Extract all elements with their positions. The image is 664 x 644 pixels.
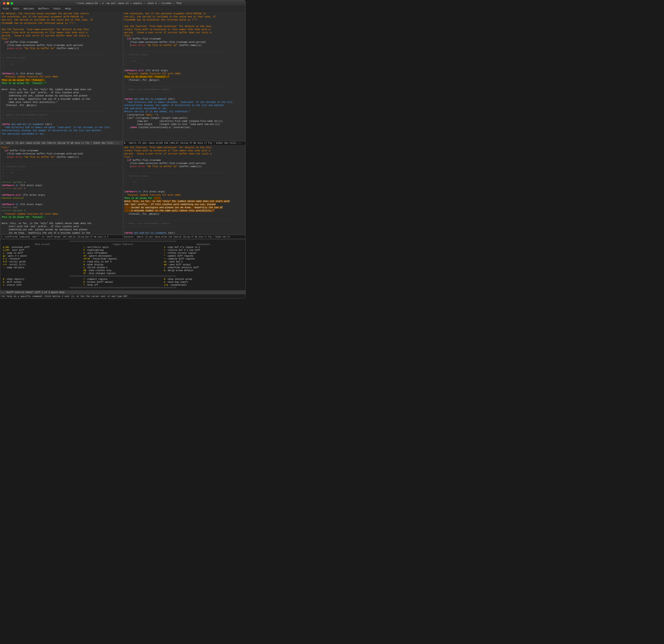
cp-row-5: C-l -recenter #f/#h -focus/hide regions … xyxy=(2,258,244,260)
editor-bottom: file." (if buffer-file-truename (file-na… xyxy=(0,145,245,239)
cp-cell-2-3: r -restore buf C's old diff xyxy=(163,249,244,252)
cp-row-8: - -swap variants s -shrink window C / -s… xyxy=(2,266,244,269)
cp-cell-6-2: X -read-only in buf X xyxy=(83,261,163,263)
cp-cell-2-2: h -highlighting xyxy=(83,249,163,252)
cp-cell-9-2: $$ -show clashes only xyxy=(83,269,163,272)
cp-cell-4-2: ## -ignore whitespace xyxy=(83,255,163,257)
pane-ancestor-modeline: Ancestor: -UUU:%--F1 pel--base.el|d1 13%… xyxy=(123,235,246,239)
cp-cell-3-1: j -jump to diff xyxy=(2,252,83,254)
menubar: File Edit Options Buffers Tools Help xyxy=(0,6,245,11)
cp-cell-8-2: s -shrink window C xyxy=(83,266,163,269)
cp-cell-1-1: p,DEL -previous diff xyxy=(2,246,83,249)
cp-row-r2: D -diff output E -browse Ediff manual G … xyxy=(2,281,244,284)
traffic-lights xyxy=(3,2,13,5)
cp-row-9: $$ -show clashes only & -merge w/new def… xyxy=(2,269,244,272)
cp-cell-r2-3: G -send bug report xyxy=(163,281,244,283)
cp-cell-2-1: n,SPC -next diff xyxy=(2,249,83,252)
cp-row-3: j -jump to diff # -auto-refinement ! -re… xyxy=(2,252,244,255)
cp-cell-7-2: m -wide display xyxy=(83,263,163,266)
cp-cell-r3-1: i -status info xyxy=(2,284,83,286)
menu-file[interactable]: File xyxy=(2,7,9,10)
cp-section-move: Move around xyxy=(2,243,83,246)
cp-cell-3-3: ! -refine current region xyxy=(163,252,244,254)
cp-cell-10-2: $* -skip changed regions xyxy=(83,272,163,275)
cp-cell-r1-2: = -compare regions xyxy=(83,278,163,280)
pane-a-content[interactable]: By default, the returned value excludes … xyxy=(0,11,123,141)
cp-cell-r1-3: M -show session group xyxy=(163,278,244,280)
minimize-button[interactable] xyxy=(7,2,9,5)
cp-divider-mid: ========================================… xyxy=(2,275,244,278)
cp-cell-8-3: / -show/hide ancestor buff xyxy=(163,266,244,269)
cp-cell-9-1 xyxy=(2,269,83,272)
cp-cell-1-2: | -vert/horiz split xyxy=(83,246,163,249)
cp-row-r1: R -show registry = -compare regions M -s… xyxy=(2,278,244,281)
pane-b-modeline: B: -UUU:%--F1 pel--base.el|d3 13% (404,0… xyxy=(123,141,246,145)
cp-row-1: p,DEL -previous diff | -vert/horiz split… xyxy=(2,246,244,249)
pane-c-content[interactable]: file." (if buffer-file-truename (file-na… xyxy=(0,145,123,235)
pane-ancestor-content[interactable]: See the function `file-name-extension' f… xyxy=(123,145,246,235)
menu-buffers[interactable]: Buffers xyxy=(38,7,49,10)
cp-cell-4-1: gx -goto X's point xyxy=(2,255,83,257)
cp-row-6: v/V -scroll up/dn X -read-only in buf X … xyxy=(2,260,244,263)
cp-cell-6-1: v/V -scroll up/dn xyxy=(2,261,83,263)
pane-a-modeline: A: -UUU:%--F1 pel--base.el|d2 13% (404,0… xyxy=(0,141,123,145)
cp-cell-r3-3: z/q -suspend/quit xyxy=(163,284,244,286)
cp-cell-r2-2: E -browse Ediff manual xyxy=(83,281,163,283)
cp-header-row: Move around Toggle features Manipulate xyxy=(2,243,244,246)
close-button[interactable] xyxy=(3,2,5,5)
maximize-button[interactable] xyxy=(11,2,13,5)
cp-cell-5-2: #f/#h -focus/hide regions xyxy=(83,258,163,260)
pane-c-modeline: C: [=diff(A+B) combined] -UUU:**--F1 *ed… xyxy=(0,235,123,239)
bottom-modeline: -- *Ediff Control Panel* diff 2 of 3 Qui… xyxy=(0,290,245,294)
cp-cell-9-3: & -merge w/new default xyxy=(163,269,244,272)
echo-text: For help on a specific command: Click Bu… xyxy=(2,295,129,298)
cp-cell-6-3: wx -save buf X xyxy=(163,261,244,263)
cp-cell-10-1 xyxy=(2,272,83,275)
cp-row-r3: i -status info ? -help off z/q -suspend/… xyxy=(2,284,244,286)
menu-tools[interactable]: Tools xyxy=(52,7,61,10)
cp-row-2: n,SPC -next diff h -highlighting r -rest… xyxy=(2,249,244,252)
cp-row-10: $* -skip changed regions xyxy=(2,272,244,275)
cp-cell-4-3: * -update diff regions xyxy=(163,255,244,257)
menu-help[interactable]: Help xyxy=(64,7,72,10)
cp-row-4: gx -goto X's point ## -ignore whitespace… xyxy=(2,255,244,258)
cp-row-7: </> -scroll lt/rt m -wide display wd -sa… xyxy=(2,263,244,266)
menu-edit[interactable]: Edit xyxy=(12,7,20,10)
pane-b-content[interactable]: the extension, but if the optional argum… xyxy=(123,11,246,141)
control-panel: ========================================… xyxy=(0,239,245,290)
cp-cell-3-2: # -auto-refinement xyxy=(83,252,163,254)
editor-top: By default, the returned value excludes … xyxy=(0,11,245,145)
cp-cell-r3-2: ? -help off xyxy=(83,284,163,286)
pane-c: file." (if buffer-file-truename (file-na… xyxy=(0,145,123,239)
cp-cell-r1-1: R -show registry xyxy=(2,278,83,280)
cp-divider-bot: ========================================… xyxy=(2,286,244,289)
echo-area: For help on a specific command: Click Bu… xyxy=(0,294,245,298)
cp-cell-r2-1: D -diff output xyxy=(2,281,83,283)
pane-ancestor: See the function `file-name-extension' f… xyxy=(123,145,246,239)
cp-cell-10-3 xyxy=(163,272,244,275)
pane-b: the extension, but if the optional argum… xyxy=(123,11,246,145)
window-title: ~/test_emacs/d2 — e -nw pel--base.el • a… xyxy=(15,2,243,5)
cp-divider-top: ========================================… xyxy=(2,240,244,243)
pane-a: By default, the returned value excludes … xyxy=(0,11,123,145)
cp-cell-7-1: </> -scroll lt/rt xyxy=(2,263,83,266)
menu-options[interactable]: Options xyxy=(23,7,35,10)
cp-cell-5-3: + -combine diff regions xyxy=(163,258,244,260)
cp-section-manipulate: Manipulate xyxy=(163,243,244,246)
cp-cell-7-3: wd -save diff output xyxy=(163,263,244,266)
cp-cell-1-3: x -copy buf X's region to C xyxy=(163,246,244,249)
emacs-window: ~/test_emacs/d2 — e -nw pel--base.el • a… xyxy=(0,0,246,299)
cp-section-toggle: Toggle features xyxy=(83,243,163,246)
cp-cell-5-1: C-l -recenter xyxy=(2,258,83,260)
cp-cell-8-1: - -swap variants xyxy=(2,266,83,269)
titlebar: ~/test_emacs/d2 — e -nw pel--base.el • a… xyxy=(0,0,245,6)
